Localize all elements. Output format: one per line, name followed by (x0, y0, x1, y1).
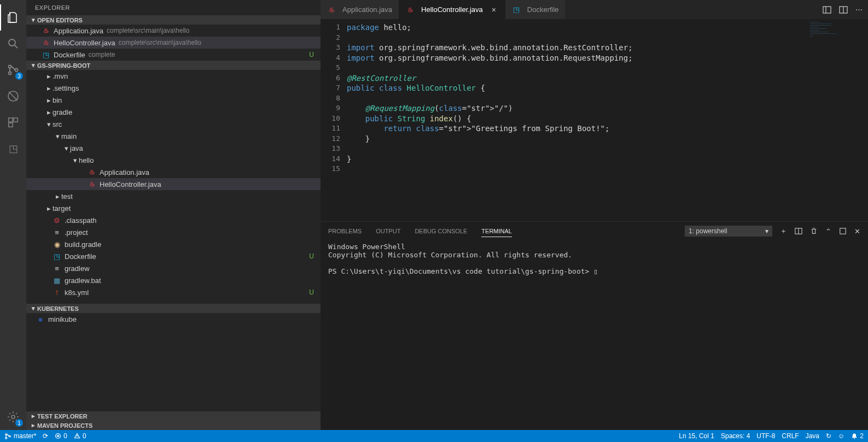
scm-badge: 3 (15, 72, 23, 80)
svg-point-8 (11, 415, 15, 419)
java-icon: ♨ (406, 5, 415, 14)
sb-branch[interactable]: master* (4, 432, 36, 440)
activity-extensions[interactable] (0, 109, 26, 135)
twisty-icon: ▸ (45, 204, 53, 213)
tree-item-label: java (70, 144, 83, 152)
tree-item[interactable]: ≡.project (26, 226, 321, 238)
panel-tab[interactable]: DEBUG CONSOLE (415, 226, 467, 237)
tree-item-label: target (53, 204, 71, 213)
tree-item[interactable]: ▦gradlew.bat (26, 274, 321, 286)
tree-item-label: HelloController.java (100, 180, 161, 188)
activity-settings[interactable]: 1 (0, 404, 26, 430)
file-status: U (309, 288, 317, 296)
sb-ln-col[interactable]: Ln 15, Col 1 (679, 432, 714, 440)
chevron-up-icon[interactable]: ⌃ (825, 227, 831, 235)
sb-sync[interactable]: ⟳ (43, 432, 48, 440)
svg-point-1 (9, 66, 11, 68)
open-editor-item[interactable]: ♨Application.javacomplete\src\main\java\… (26, 25, 321, 37)
activity-search[interactable] (0, 31, 26, 57)
tree-item[interactable]: ♨Application.java (26, 166, 321, 178)
close-panel-icon[interactable]: ✕ (854, 227, 860, 235)
tree-item[interactable]: ♨HelloController.java (26, 178, 321, 190)
split-terminal-icon[interactable] (795, 227, 802, 235)
activity-debug[interactable] (0, 83, 26, 109)
code-editor[interactable]: package hello; import org.springframewor… (347, 19, 808, 221)
tree-item-label: bin (53, 96, 62, 104)
tab-bar: ♨Application.java♨HelloController.java×◳… (321, 0, 868, 19)
sb-encoding[interactable]: UTF-8 (756, 432, 775, 440)
editor-tab[interactable]: ◳Dockerfile (505, 0, 566, 19)
tree-item[interactable]: ⚙.classpath (26, 214, 321, 226)
open-editor-item[interactable]: ♨HelloController.javacomplete\src\main\j… (26, 37, 321, 49)
tree-item[interactable]: ≡gradlew (26, 262, 321, 274)
sb-spaces[interactable]: Spaces: 4 (721, 432, 750, 440)
tree-item-label: main (61, 132, 77, 140)
tree-item[interactable]: ◉build.gradle (26, 238, 321, 250)
twisty-icon: ▾ (62, 144, 70, 152)
collapsed-section[interactable]: ▸MAVEN PROJECTS (26, 421, 321, 430)
sb-feedback-icon[interactable]: ↻ (826, 432, 831, 440)
activity-docker[interactable]: ◳ (0, 135, 26, 162)
tree-item[interactable]: ▸test (26, 190, 321, 202)
tree-item[interactable]: ▸.settings (26, 82, 321, 94)
sb-bell[interactable]: 2 (851, 432, 864, 440)
panel-tab[interactable]: PROBLEMS (328, 226, 362, 237)
sb-errors[interactable]: 0 (55, 432, 67, 440)
editor-tab[interactable]: ♨Application.java (321, 0, 399, 19)
tree-item[interactable]: !k8s.ymlU (26, 286, 321, 298)
sidebar: EXPLORER ▾ OPEN EDITORS ♨Application.jav… (26, 0, 321, 430)
svg-point-13 (5, 433, 7, 435)
open-editor-name: Application.java (54, 27, 103, 35)
tree-item[interactable]: ◳DockerfileU (26, 250, 321, 262)
svg-point-0 (9, 39, 15, 46)
maximize-panel-icon[interactable] (839, 227, 847, 235)
open-editor-path: complete\src\main\java\hello (107, 27, 189, 34)
twisty-icon: ▸ (45, 72, 53, 80)
panel-tab[interactable]: TERMINAL (481, 226, 512, 237)
tree-item-label: k8s.yml (65, 288, 89, 297)
tree-item[interactable]: ▸bin (26, 94, 321, 106)
terminal-select[interactable]: 1: powershell (685, 226, 772, 237)
tree-item[interactable]: ▾src (26, 118, 321, 130)
tree-item-label: gradlew.bat (65, 276, 101, 285)
layout-icon[interactable] (839, 5, 848, 14)
kubernetes-header[interactable]: ▾ KUBERNETES (26, 304, 321, 313)
java-icon: ♨ (42, 26, 50, 35)
sb-eol[interactable]: CRLF (782, 432, 799, 440)
more-icon[interactable]: ⋯ (855, 5, 863, 14)
activity-scm[interactable]: 3 (0, 57, 26, 83)
terminal[interactable]: Windows PowerShell Copyright (C) Microso… (321, 240, 868, 430)
twisty-icon: ▸ (45, 84, 53, 92)
activity-explorer[interactable] (0, 4, 26, 31)
minimap[interactable]: ▬▬▬▬▬▬▬▬▬▬▬▬▬▬▬▬▬▬▬▬▬▬▬▬▬▬▬▬▬▬▬▬▬▬▬▬▬▬▬▬… (808, 19, 868, 221)
docker-icon: ◳ (42, 50, 50, 59)
collapsed-section[interactable]: ▸TEST EXPLORER (26, 411, 321, 421)
tree-item-label: .project (65, 228, 88, 237)
docker-icon: ◳ (512, 5, 521, 14)
close-icon[interactable]: × (490, 5, 498, 14)
open-editors-header[interactable]: ▾ OPEN EDITORS (26, 15, 321, 25)
tree-item[interactable]: ▾hello (26, 154, 321, 166)
chevron-right-icon: ▸ (30, 412, 37, 420)
project-header[interactable]: ▾ GS-SPRING-BOOT (26, 61, 321, 70)
open-editor-name: HelloController.java (54, 39, 115, 47)
tree-item[interactable]: ▸.mvn (26, 70, 321, 82)
trash-icon[interactable] (810, 227, 818, 235)
sb-smiley-icon[interactable]: ☺ (838, 432, 844, 440)
project-icon: ≡ (53, 228, 61, 237)
svg-point-2 (9, 72, 11, 75)
split-editor-icon[interactable] (823, 5, 831, 14)
sb-lang[interactable]: Java (806, 432, 819, 440)
twisty-icon: ▾ (54, 132, 61, 140)
new-terminal-icon[interactable]: ＋ (780, 226, 787, 236)
tree-item[interactable]: ▸target (26, 202, 321, 214)
k8s-item[interactable]: ⎈minikube (26, 313, 321, 325)
tree-item[interactable]: ▾java (26, 142, 321, 154)
editor-tab[interactable]: ♨HelloController.java× (399, 0, 505, 19)
tree-item[interactable]: ▸gradle (26, 106, 321, 118)
open-editor-item[interactable]: ◳DockerfilecompleteU (26, 49, 321, 61)
sb-warnings[interactable]: 0 (74, 432, 86, 440)
panel-tab[interactable]: OUTPUT (376, 226, 400, 237)
tree-item[interactable]: ▾main (26, 130, 321, 142)
tree-item-label: .classpath (65, 216, 97, 225)
